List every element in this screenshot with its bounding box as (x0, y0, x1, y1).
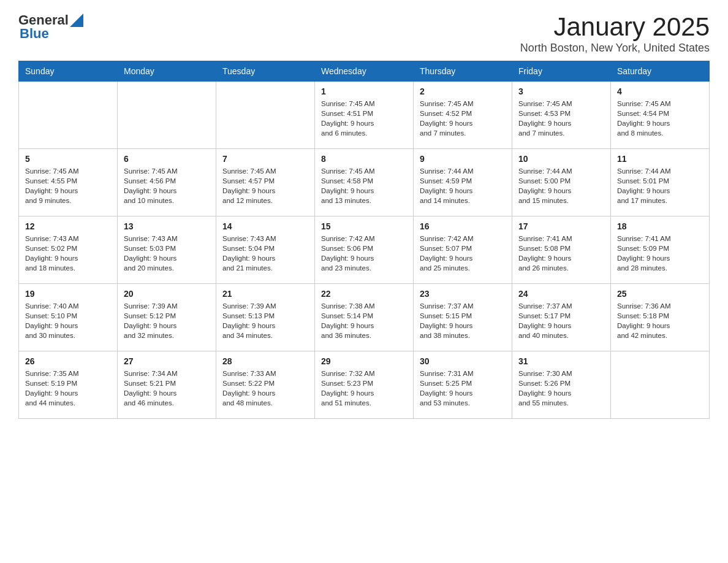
day-info: Sunrise: 7:45 AM Sunset: 4:57 PM Dayligh… (222, 167, 276, 204)
day-info: Sunrise: 7:45 AM Sunset: 4:53 PM Dayligh… (518, 100, 572, 137)
day-info: Sunrise: 7:39 AM Sunset: 5:13 PM Dayligh… (222, 302, 276, 339)
calendar-cell: 20Sunrise: 7:39 AM Sunset: 5:12 PM Dayli… (118, 284, 216, 351)
day-info: Sunrise: 7:45 AM Sunset: 4:54 PM Dayligh… (617, 100, 671, 137)
day-number: 30 (420, 356, 506, 366)
day-number: 16 (420, 221, 506, 231)
day-number: 15 (321, 221, 407, 231)
day-info: Sunrise: 7:30 AM Sunset: 5:26 PM Dayligh… (518, 370, 572, 407)
calendar-week-row: 5Sunrise: 7:45 AM Sunset: 4:55 PM Daylig… (19, 149, 710, 216)
calendar-cell: 5Sunrise: 7:45 AM Sunset: 4:55 PM Daylig… (19, 149, 118, 216)
day-info: Sunrise: 7:43 AM Sunset: 5:02 PM Dayligh… (25, 235, 79, 272)
day-number: 23 (420, 289, 506, 299)
day-number: 31 (518, 356, 604, 366)
day-info: Sunrise: 7:45 AM Sunset: 4:56 PM Dayligh… (124, 167, 178, 204)
day-number: 18 (617, 221, 703, 231)
day-header-tuesday: Tuesday (216, 61, 315, 82)
main-title: January 2025 (520, 12, 710, 42)
logo-triangle-icon (70, 13, 83, 27)
day-info: Sunrise: 7:33 AM Sunset: 5:22 PM Dayligh… (222, 370, 276, 407)
calendar-cell: 29Sunrise: 7:32 AM Sunset: 5:23 PM Dayli… (315, 351, 414, 419)
logo: General Blue (18, 12, 83, 42)
calendar-cell: 27Sunrise: 7:34 AM Sunset: 5:21 PM Dayli… (118, 351, 216, 419)
calendar-cell: 22Sunrise: 7:38 AM Sunset: 5:14 PM Dayli… (315, 284, 414, 351)
day-header-monday: Monday (118, 61, 216, 82)
calendar-cell: 2Sunrise: 7:45 AM Sunset: 4:52 PM Daylig… (414, 82, 512, 149)
calendar-cell: 19Sunrise: 7:40 AM Sunset: 5:10 PM Dayli… (19, 284, 118, 351)
calendar-cell: 16Sunrise: 7:42 AM Sunset: 5:07 PM Dayli… (414, 216, 512, 284)
day-info: Sunrise: 7:45 AM Sunset: 4:51 PM Dayligh… (321, 100, 375, 137)
day-number: 8 (321, 154, 407, 164)
day-info: Sunrise: 7:43 AM Sunset: 5:04 PM Dayligh… (222, 235, 276, 272)
day-number: 13 (124, 221, 210, 231)
calendar-cell: 4Sunrise: 7:45 AM Sunset: 4:54 PM Daylig… (611, 82, 710, 149)
day-number: 11 (617, 154, 703, 164)
calendar-cell: 17Sunrise: 7:41 AM Sunset: 5:08 PM Dayli… (512, 216, 611, 284)
calendar-cell: 24Sunrise: 7:37 AM Sunset: 5:17 PM Dayli… (512, 284, 611, 351)
calendar-cell (118, 82, 216, 149)
calendar-table: SundayMondayTuesdayWednesdayThursdayFrid… (18, 61, 710, 419)
day-info: Sunrise: 7:45 AM Sunset: 4:52 PM Dayligh… (420, 100, 474, 137)
day-info: Sunrise: 7:45 AM Sunset: 4:58 PM Dayligh… (321, 167, 375, 204)
calendar-cell: 18Sunrise: 7:41 AM Sunset: 5:09 PM Dayli… (611, 216, 710, 284)
day-header-sunday: Sunday (19, 61, 118, 82)
day-info: Sunrise: 7:32 AM Sunset: 5:23 PM Dayligh… (321, 370, 375, 407)
day-number: 22 (321, 289, 407, 299)
day-number: 4 (617, 86, 703, 96)
day-number: 17 (518, 221, 604, 231)
calendar-cell: 1Sunrise: 7:45 AM Sunset: 4:51 PM Daylig… (315, 82, 414, 149)
calendar-week-row: 19Sunrise: 7:40 AM Sunset: 5:10 PM Dayli… (19, 284, 710, 351)
calendar-week-row: 1Sunrise: 7:45 AM Sunset: 4:51 PM Daylig… (19, 82, 710, 149)
calendar-cell: 9Sunrise: 7:44 AM Sunset: 4:59 PM Daylig… (414, 149, 512, 216)
day-info: Sunrise: 7:34 AM Sunset: 5:21 PM Dayligh… (124, 370, 178, 407)
day-number: 28 (222, 356, 308, 366)
page-header: General Blue January 2025 North Boston, … (18, 12, 710, 55)
calendar-cell (19, 82, 118, 149)
calendar-cell: 3Sunrise: 7:45 AM Sunset: 4:53 PM Daylig… (512, 82, 611, 149)
day-info: Sunrise: 7:44 AM Sunset: 5:01 PM Dayligh… (617, 167, 671, 204)
day-number: 9 (420, 154, 506, 164)
calendar-cell: 23Sunrise: 7:37 AM Sunset: 5:15 PM Dayli… (414, 284, 512, 351)
day-number: 29 (321, 356, 407, 366)
day-header-friday: Friday (512, 61, 611, 82)
day-number: 26 (25, 356, 111, 366)
subtitle: North Boston, New York, United States (520, 42, 710, 55)
day-number: 7 (222, 154, 308, 164)
calendar-cell: 6Sunrise: 7:45 AM Sunset: 4:56 PM Daylig… (118, 149, 216, 216)
calendar-cell: 8Sunrise: 7:45 AM Sunset: 4:58 PM Daylig… (315, 149, 414, 216)
day-info: Sunrise: 7:38 AM Sunset: 5:14 PM Dayligh… (321, 302, 375, 339)
calendar-cell: 15Sunrise: 7:42 AM Sunset: 5:06 PM Dayli… (315, 216, 414, 284)
day-number: 25 (617, 289, 703, 299)
svg-marker-0 (70, 13, 83, 27)
day-header-saturday: Saturday (611, 61, 710, 82)
day-info: Sunrise: 7:42 AM Sunset: 5:07 PM Dayligh… (420, 235, 474, 272)
day-info: Sunrise: 7:36 AM Sunset: 5:18 PM Dayligh… (617, 302, 671, 339)
calendar-cell: 13Sunrise: 7:43 AM Sunset: 5:03 PM Dayli… (118, 216, 216, 284)
day-info: Sunrise: 7:43 AM Sunset: 5:03 PM Dayligh… (124, 235, 178, 272)
day-info: Sunrise: 7:41 AM Sunset: 5:09 PM Dayligh… (617, 235, 671, 272)
day-number: 6 (124, 154, 210, 164)
day-info: Sunrise: 7:44 AM Sunset: 5:00 PM Dayligh… (518, 167, 572, 204)
day-info: Sunrise: 7:39 AM Sunset: 5:12 PM Dayligh… (124, 302, 178, 339)
calendar-cell: 10Sunrise: 7:44 AM Sunset: 5:00 PM Dayli… (512, 149, 611, 216)
calendar-cell: 7Sunrise: 7:45 AM Sunset: 4:57 PM Daylig… (216, 149, 315, 216)
day-number: 10 (518, 154, 604, 164)
calendar-cell: 25Sunrise: 7:36 AM Sunset: 5:18 PM Dayli… (611, 284, 710, 351)
logo-text-blue: Blue (20, 26, 49, 42)
day-number: 19 (25, 289, 111, 299)
calendar-week-row: 12Sunrise: 7:43 AM Sunset: 5:02 PM Dayli… (19, 216, 710, 284)
calendar-week-row: 26Sunrise: 7:35 AM Sunset: 5:19 PM Dayli… (19, 351, 710, 419)
calendar-cell: 21Sunrise: 7:39 AM Sunset: 5:13 PM Dayli… (216, 284, 315, 351)
day-info: Sunrise: 7:35 AM Sunset: 5:19 PM Dayligh… (25, 370, 79, 407)
calendar-cell: 11Sunrise: 7:44 AM Sunset: 5:01 PM Dayli… (611, 149, 710, 216)
calendar-cell (216, 82, 315, 149)
day-number: 14 (222, 221, 308, 231)
day-info: Sunrise: 7:42 AM Sunset: 5:06 PM Dayligh… (321, 235, 375, 272)
day-number: 1 (321, 86, 407, 96)
day-number: 24 (518, 289, 604, 299)
calendar-cell: 14Sunrise: 7:43 AM Sunset: 5:04 PM Dayli… (216, 216, 315, 284)
day-number: 27 (124, 356, 210, 366)
day-number: 20 (124, 289, 210, 299)
day-number: 3 (518, 86, 604, 96)
calendar-cell (611, 351, 710, 419)
calendar-cell: 28Sunrise: 7:33 AM Sunset: 5:22 PM Dayli… (216, 351, 315, 419)
